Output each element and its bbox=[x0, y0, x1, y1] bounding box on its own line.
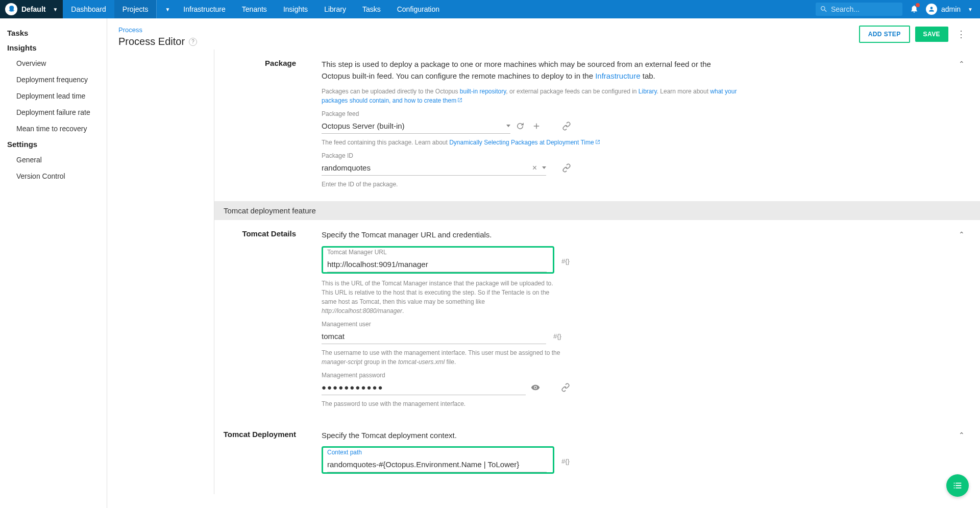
nav-tenants[interactable]: Tenants bbox=[234, 0, 275, 18]
sidebar-item-deploy-failure-rate[interactable]: Deployment failure rate bbox=[0, 104, 107, 120]
infrastructure-link[interactable]: Infrastructure bbox=[595, 71, 640, 80]
tomcat-details-label: Tomcat Details bbox=[214, 229, 322, 412]
space-switcher[interactable]: Default ▼ bbox=[0, 0, 63, 18]
collapse-icon[interactable]: ⌃ bbox=[959, 431, 965, 439]
package-feed-hint: The feed containing this package. Learn … bbox=[322, 138, 740, 147]
tomcat-deployment-desc: Specify the Tomcat deployment context. bbox=[322, 430, 740, 442]
tomcat-deployment-label: Tomcat Deployment bbox=[214, 430, 322, 474]
tomcat-url-hint: This is the URL of the Tomcat Manager in… bbox=[322, 279, 561, 316]
overflow-menu-icon[interactable]: ⋮ bbox=[953, 29, 969, 40]
sidebar-item-deploy-lead-time[interactable]: Deployment lead time bbox=[0, 88, 107, 104]
notifications-button[interactable] bbox=[910, 4, 919, 15]
nav-projects-dropdown[interactable]: ▼ bbox=[156, 0, 175, 18]
link-icon[interactable] bbox=[560, 382, 571, 393]
plus-icon[interactable] bbox=[532, 122, 541, 131]
external-icon bbox=[594, 139, 600, 146]
nav-dashboard[interactable]: Dashboard bbox=[63, 0, 114, 18]
dynamic-packages-link[interactable]: Dynamically Selecting Packages at Deploy… bbox=[449, 139, 594, 146]
package-id-label: Package ID bbox=[322, 152, 740, 159]
search-icon bbox=[820, 5, 828, 13]
search-box[interactable]: Search... bbox=[816, 3, 902, 16]
package-id-input-wrap: × bbox=[322, 160, 546, 176]
collapse-icon[interactable]: ⌃ bbox=[959, 230, 965, 238]
octopus-logo-icon bbox=[5, 3, 17, 15]
external-icon bbox=[456, 97, 462, 104]
tomcat-pass-hint: The password to use with the management … bbox=[322, 399, 740, 408]
package-id-input[interactable] bbox=[322, 160, 532, 175]
steps-column bbox=[107, 50, 214, 494]
tomcat-details-desc: Specify the Tomcat manager URL and crede… bbox=[322, 229, 740, 241]
tomcat-details-section: Tomcat Details Specify the Tomcat manage… bbox=[214, 220, 980, 421]
collapse-icon[interactable]: ⌃ bbox=[959, 60, 965, 68]
package-section: Package This step is used to deploy a pa… bbox=[214, 50, 980, 201]
chevron-down-icon[interactable] bbox=[542, 166, 546, 169]
tomcat-user-label: Management user bbox=[322, 321, 740, 328]
variable-token-icon[interactable]: #{} bbox=[561, 457, 570, 465]
tomcat-pass-label: Management password bbox=[322, 372, 740, 379]
nav-tasks[interactable]: Tasks bbox=[354, 0, 389, 18]
fab-button[interactable] bbox=[946, 474, 969, 497]
tomcat-url-input-wrap bbox=[327, 257, 547, 272]
chevron-down-icon: ▼ bbox=[165, 7, 170, 12]
tomcat-user-input-wrap bbox=[322, 329, 546, 344]
sidebar-item-general[interactable]: General bbox=[0, 152, 107, 168]
sidebar: Tasks Insights Overview Deployment frequ… bbox=[0, 18, 107, 508]
tomcat-deployment-section: Tomcat Deployment Specify the Tomcat dep… bbox=[214, 421, 980, 495]
sidebar-item-deploy-frequency[interactable]: Deployment frequency bbox=[0, 71, 107, 88]
notification-dot bbox=[916, 3, 920, 7]
refresh-icon[interactable] bbox=[516, 122, 525, 131]
tomcat-pass-input-wrap bbox=[322, 380, 526, 395]
package-feed-value[interactable] bbox=[322, 118, 506, 133]
top-nav: Default ▼ Dashboard Projects ▼ Infrastru… bbox=[0, 0, 980, 18]
builtin-repo-link[interactable]: built-in repository bbox=[460, 88, 506, 95]
link-icon[interactable] bbox=[561, 163, 572, 173]
user-menu[interactable]: admin ▼ bbox=[926, 4, 973, 15]
add-step-button[interactable]: ADD STEP bbox=[859, 26, 910, 43]
context-path-input-wrap bbox=[327, 457, 547, 472]
link-icon[interactable] bbox=[561, 121, 572, 131]
variable-token-icon[interactable]: #{} bbox=[553, 332, 561, 340]
breadcrumb-process[interactable]: Process bbox=[118, 26, 142, 34]
context-path-input[interactable] bbox=[327, 457, 547, 472]
tomcat-user-hint: The username to use with the management … bbox=[322, 348, 561, 367]
nav-infrastructure[interactable]: Infrastructure bbox=[175, 0, 233, 18]
nav-configuration[interactable]: Configuration bbox=[389, 0, 448, 18]
sidebar-heading-tasks[interactable]: Tasks bbox=[0, 26, 107, 40]
sidebar-item-overview[interactable]: Overview bbox=[0, 55, 107, 71]
clear-icon[interactable]: × bbox=[532, 163, 537, 173]
package-desc: This step is used to deploy a package to… bbox=[322, 59, 740, 82]
page-title: Process Editor bbox=[118, 36, 185, 47]
package-hint: Packages can be uploaded directly to the… bbox=[322, 87, 740, 105]
package-feed-select[interactable] bbox=[322, 118, 510, 134]
package-label: Package bbox=[214, 59, 322, 192]
package-feed-label: Package feed bbox=[322, 110, 740, 117]
context-path-highlight: Context path bbox=[322, 446, 554, 474]
chevron-down-icon: ▼ bbox=[968, 7, 973, 12]
sidebar-item-mttr[interactable]: Mean time to recovery bbox=[0, 120, 107, 137]
help-icon[interactable]: ? bbox=[189, 38, 197, 46]
sidebar-item-version-control[interactable]: Version Control bbox=[0, 168, 107, 184]
nav-projects[interactable]: Projects bbox=[114, 0, 157, 18]
user-name: admin bbox=[941, 5, 961, 13]
chevron-down-icon: ▼ bbox=[53, 7, 58, 12]
search-placeholder: Search... bbox=[831, 5, 860, 13]
context-path-label: Context path bbox=[327, 449, 549, 456]
tomcat-url-highlight: Tomcat Manager URL bbox=[322, 246, 554, 274]
tomcat-pass-input[interactable] bbox=[322, 380, 526, 395]
list-icon bbox=[952, 480, 963, 491]
tomcat-url-input[interactable] bbox=[327, 257, 547, 272]
page-header: Process Process Editor ? ADD STEP SAVE ⋮ bbox=[107, 18, 980, 50]
space-name: Default bbox=[21, 5, 45, 13]
tomcat-user-input[interactable] bbox=[322, 329, 546, 344]
variable-token-icon[interactable]: #{} bbox=[561, 257, 570, 265]
eye-icon[interactable] bbox=[531, 383, 540, 392]
sidebar-heading-insights[interactable]: Insights bbox=[0, 40, 107, 55]
library-link[interactable]: Library bbox=[639, 88, 657, 95]
nav-library[interactable]: Library bbox=[316, 0, 354, 18]
tomcat-url-label: Tomcat Manager URL bbox=[327, 249, 549, 256]
save-button[interactable]: SAVE bbox=[915, 27, 948, 42]
nav-insights[interactable]: Insights bbox=[275, 0, 316, 18]
sidebar-heading-settings[interactable]: Settings bbox=[0, 137, 107, 152]
section-tomcat-feature: Tomcat deployment feature bbox=[214, 201, 980, 220]
chevron-down-icon bbox=[506, 125, 510, 127]
